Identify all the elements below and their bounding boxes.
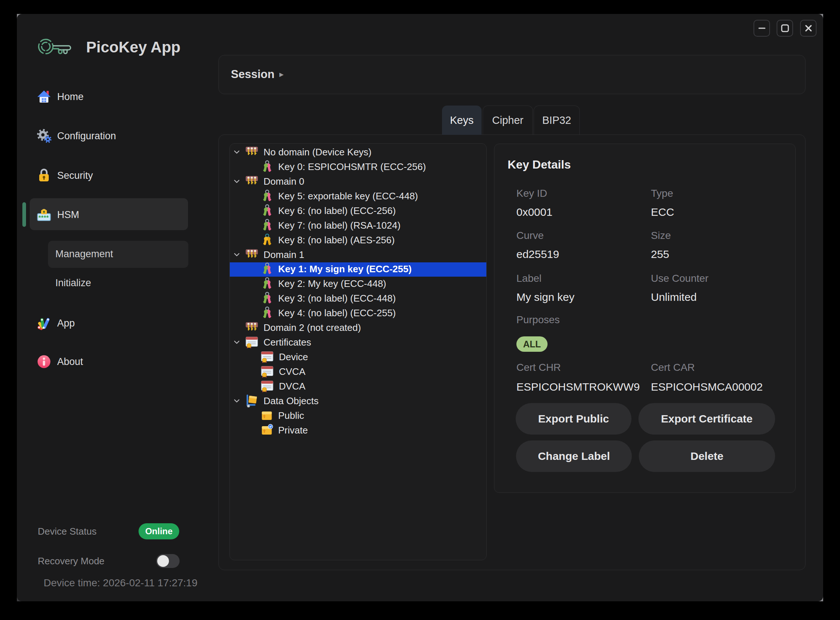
svg-text:****: **** (39, 214, 49, 221)
